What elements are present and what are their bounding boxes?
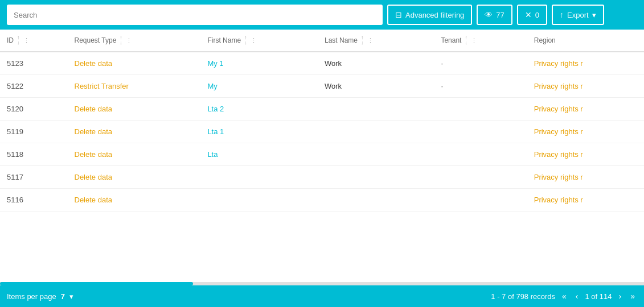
cell-request-type[interactable]: Delete data xyxy=(68,121,201,143)
cell-last-name xyxy=(318,166,434,189)
cell-request-type[interactable]: Restrict Transfer xyxy=(68,75,201,98)
cell-region: Privacy rights r xyxy=(527,98,644,121)
col-header-tenant: Tenant ↑↓ ⋮ xyxy=(434,30,527,52)
search-input[interactable] xyxy=(7,5,383,25)
cell-tenant xyxy=(434,98,527,121)
export-icon: ↑ xyxy=(560,10,564,19)
table-row[interactable]: 5120Delete dataLta 2Privacy rights r xyxy=(0,98,644,121)
cell-first-name: Lta 2 xyxy=(200,98,318,121)
col-menu-id[interactable]: ⋮ xyxy=(23,37,30,44)
sort-request-type[interactable]: ↑↓ xyxy=(120,35,122,45)
count-value: 77 xyxy=(496,11,504,19)
cell-last-name xyxy=(318,98,434,121)
cell-id: 5120 xyxy=(0,98,68,121)
cell-region: Privacy rights r xyxy=(527,143,644,166)
col-header-region: Region xyxy=(527,30,644,52)
cell-request-type[interactable]: Delete data xyxy=(68,98,201,121)
col-label-request-type: Request Type xyxy=(75,36,117,44)
export-dropdown-icon: ▾ xyxy=(592,11,596,19)
col-menu-last-name[interactable]: ⋮ xyxy=(367,37,374,44)
cell-request-type[interactable]: Delete data xyxy=(68,166,201,189)
cell-id: 5118 xyxy=(0,143,68,166)
cell-last-name xyxy=(318,189,434,211)
col-label-first-name: First Name xyxy=(207,36,241,44)
table-row[interactable]: 5122Restrict TransferMyWork·Privacy righ… xyxy=(0,75,644,98)
nav-prev-button[interactable]: ‹ xyxy=(573,291,581,302)
sort-last-name[interactable]: ↑↓ xyxy=(361,35,364,45)
table-container: ID ↑↓ ⋮ Request Type ↑↓ ⋮ First Name xyxy=(0,30,644,282)
cell-last-name xyxy=(318,143,434,166)
col-label-tenant: Tenant xyxy=(441,36,461,44)
page-info: 1 of 114 xyxy=(585,292,612,301)
filter-icon: ⊟ xyxy=(395,10,402,19)
nav-last-button[interactable]: » xyxy=(628,291,637,302)
footer-left: Items per page 7 ▾ xyxy=(7,292,73,301)
table-header-row: ID ↑↓ ⋮ Request Type ↑↓ ⋮ First Name xyxy=(0,30,644,52)
sort-first-name[interactable]: ↑↓ xyxy=(244,35,247,45)
cell-id: 5123 xyxy=(0,52,68,75)
cell-request-type[interactable]: Delete data xyxy=(68,52,201,75)
cell-tenant: · xyxy=(434,75,527,98)
cell-first-name: Lta 1 xyxy=(200,121,318,143)
cell-id: 5119 xyxy=(0,121,68,143)
cell-first-name xyxy=(200,189,318,211)
horizontal-scrollbar[interactable] xyxy=(0,282,644,285)
cell-last-name: Work xyxy=(318,52,434,75)
cell-first-name: My 1 xyxy=(200,52,318,75)
cell-id: 5116 xyxy=(0,189,68,211)
table-row[interactable]: 5119Delete dataLta 1Privacy rights r xyxy=(0,121,644,143)
items-per-page-dropdown[interactable]: ▾ xyxy=(69,292,73,301)
toolbar: ⊟ Advanced filtering 👁 77 ✕ 0 ↑ Export ▾ xyxy=(0,0,644,30)
cell-region: Privacy rights r xyxy=(527,166,644,189)
cell-tenant xyxy=(434,143,527,166)
nav-first-button[interactable]: « xyxy=(560,291,569,302)
col-menu-request-type[interactable]: ⋮ xyxy=(126,37,132,44)
cell-first-name: Lta xyxy=(200,143,318,166)
cell-first-name: My xyxy=(200,75,318,98)
col-header-last-name: Last Name ↑↓ ⋮ xyxy=(318,30,434,52)
footer: Items per page 7 ▾ 1 - 7 of 798 records … xyxy=(0,285,644,307)
table-row[interactable]: 5117Delete dataPrivacy rights r xyxy=(0,166,644,189)
clear-icon: ✕ xyxy=(525,10,532,19)
cell-tenant xyxy=(434,189,527,211)
cell-last-name: Work xyxy=(318,75,434,98)
export-button[interactable]: ↑ Export ▾ xyxy=(552,5,604,25)
cell-tenant xyxy=(434,166,527,189)
col-header-request-type: Request Type ↑↓ ⋮ xyxy=(68,30,201,52)
clear-button[interactable]: ✕ 0 xyxy=(517,5,547,25)
cell-region: Privacy rights r xyxy=(527,121,644,143)
scroll-thumb[interactable] xyxy=(0,282,193,285)
cell-tenant xyxy=(434,121,527,143)
col-label-region: Region xyxy=(534,36,556,44)
table-row[interactable]: 5118Delete dataLtaPrivacy rights r xyxy=(0,143,644,166)
clear-value: 0 xyxy=(535,11,539,19)
data-table: ID ↑↓ ⋮ Request Type ↑↓ ⋮ First Name xyxy=(0,30,644,211)
items-per-page-value: 7 xyxy=(61,292,65,301)
cell-id: 5122 xyxy=(0,75,68,98)
col-menu-tenant[interactable]: ⋮ xyxy=(471,37,477,44)
cell-region: Privacy rights r xyxy=(527,52,644,75)
cell-tenant: · xyxy=(434,52,527,75)
count-button[interactable]: 👁 77 xyxy=(477,5,512,25)
sort-id[interactable]: ↑↓ xyxy=(17,35,20,45)
cell-last-name xyxy=(318,121,434,143)
nav-next-button[interactable]: › xyxy=(617,291,624,302)
cell-request-type[interactable]: Delete data xyxy=(68,143,201,166)
advanced-filtering-label: Advanced filtering xyxy=(405,11,464,19)
export-label: Export xyxy=(567,11,589,19)
advanced-filtering-button[interactable]: ⊟ Advanced filtering xyxy=(387,5,472,25)
items-per-page-label: Items per page xyxy=(7,292,56,301)
table-row[interactable]: 5116Delete dataPrivacy rights r xyxy=(0,189,644,211)
records-info: 1 - 7 of 798 records xyxy=(491,292,555,301)
footer-right: 1 - 7 of 798 records « ‹ 1 of 114 › » xyxy=(491,291,637,302)
table-row[interactable]: 5123Delete dataMy 1Work·Privacy rights r xyxy=(0,52,644,75)
cell-first-name xyxy=(200,166,318,189)
cell-region: Privacy rights r xyxy=(527,75,644,98)
eye-icon: 👁 xyxy=(485,10,493,19)
cell-region: Privacy rights r xyxy=(527,189,644,211)
sort-tenant[interactable]: ↑↓ xyxy=(465,35,467,45)
cell-id: 5117 xyxy=(0,166,68,189)
col-menu-first-name[interactable]: ⋮ xyxy=(251,37,257,44)
cell-request-type[interactable]: Delete data xyxy=(68,189,201,211)
col-label-id: ID xyxy=(7,36,14,44)
